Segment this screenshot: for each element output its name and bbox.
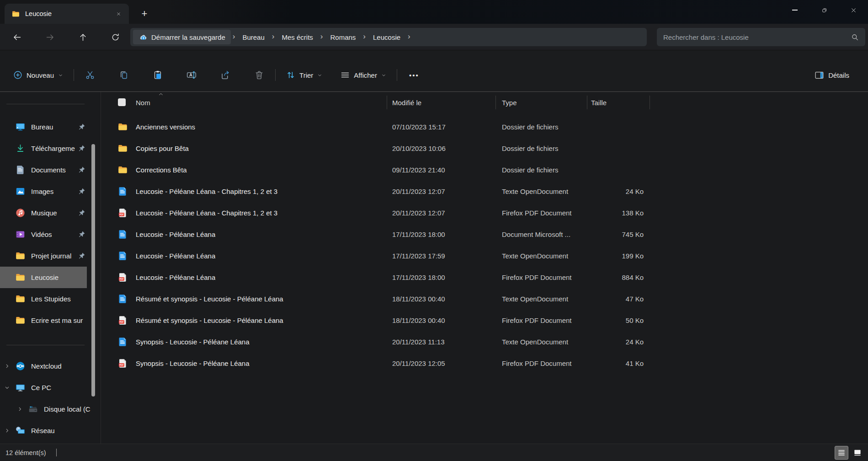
- sidebar: BureauTéléchargemeDocumentsImagesMusique…: [0, 92, 91, 444]
- explorer-tab[interactable]: Leucosie: [5, 4, 129, 24]
- file-name: Synopsis - Leucosie - Péléane Léana: [136, 331, 250, 353]
- file-modified: 07/10/2023 15:17: [392, 116, 446, 138]
- close-button[interactable]: [839, 0, 868, 20]
- sort-button[interactable]: Trier: [281, 66, 327, 84]
- pin-icon: [78, 188, 85, 195]
- breadcrumb-item-4[interactable]: Romans: [324, 30, 362, 44]
- up-button[interactable]: [74, 29, 91, 45]
- chevron-down-icon: [317, 73, 322, 78]
- folder-icon: [118, 122, 128, 132]
- search-placeholder: Rechercher dans : Leucosie: [663, 33, 851, 41]
- column-separator[interactable]: [495, 96, 496, 109]
- restore-button[interactable]: [809, 0, 839, 20]
- chevron-right-icon: [4, 428, 10, 434]
- file-name: Copies pour Bêta: [136, 138, 189, 159]
- close-icon: [116, 11, 121, 16]
- file-size: 41 Ko: [561, 353, 644, 374]
- delete-button[interactable]: [249, 66, 270, 84]
- music-icon: [16, 208, 25, 218]
- sidebar-item-bureau[interactable]: Bureau: [0, 116, 91, 138]
- sidebar-item-r-seau[interactable]: Réseau: [0, 420, 91, 441]
- forward-button[interactable]: [41, 29, 59, 45]
- tab-close-button[interactable]: [112, 8, 124, 20]
- pin-icon: [78, 123, 85, 131]
- column-header-nom[interactable]: Nom: [136, 92, 150, 113]
- sidebar-item-ecrire-est-ma-sur[interactable]: Ecrire est ma sur: [0, 310, 91, 331]
- column-separator[interactable]: [650, 96, 650, 109]
- table-row[interactable]: Synopsis - Leucosie - Péléane Léana20/11…: [101, 353, 868, 374]
- table-row[interactable]: Synopsis - Leucosie - Péléane Léana20/11…: [101, 331, 868, 353]
- sidebar-item-disque-local-c[interactable]: Disque local (C: [0, 398, 91, 420]
- table-row[interactable]: Anciennes versions07/10/2023 15:17Dossie…: [101, 116, 868, 138]
- copy-button[interactable]: [113, 66, 134, 84]
- plus-circle-icon: [13, 70, 22, 80]
- pc-icon: [16, 383, 25, 392]
- back-button[interactable]: [8, 29, 26, 45]
- table-row[interactable]: Corrections Bêta09/11/2023 21:40Dossier …: [101, 159, 868, 181]
- column-header-modifie[interactable]: Modifié le: [392, 92, 421, 113]
- table-row[interactable]: Résumé et synopsis - Leucosie - Péléane …: [101, 310, 868, 331]
- details-view-button[interactable]: [835, 446, 848, 460]
- sidebar-item-musique[interactable]: Musique: [0, 202, 91, 224]
- file-size: 138 Ko: [561, 202, 644, 224]
- breadcrumb-item-5[interactable]: Leucosie: [367, 30, 407, 44]
- up-arrow-icon: [78, 32, 88, 42]
- content-view-button[interactable]: [851, 446, 864, 460]
- details-pane-button[interactable]: Détails: [809, 66, 854, 84]
- minimize-button[interactable]: [780, 0, 809, 20]
- sidebar-item-leucosie[interactable]: Leucosie: [0, 267, 87, 288]
- table-row[interactable]: Leucosie - Péléane Léana - Chapitres 1, …: [101, 202, 868, 224]
- refresh-button[interactable]: [107, 29, 124, 45]
- sidebar-item-ce-pc[interactable]: Ce PC: [0, 377, 91, 398]
- breadcrumb-item-2[interactable]: Bureau: [236, 30, 271, 44]
- file-size: 24 Ko: [561, 331, 644, 353]
- details-button-label: Détails: [828, 71, 849, 79]
- file-icon-cell: [118, 267, 128, 288]
- select-all-checkbox[interactable]: [118, 98, 126, 106]
- odt-icon: [118, 187, 128, 196]
- file-modified: 17/11/2023 18:00: [392, 267, 445, 288]
- table-row[interactable]: Leucosie - Péléane Léana17/11/2023 18:00…: [101, 224, 868, 245]
- file-name: Leucosie - Péléane Léana - Chapitres 1, …: [136, 181, 277, 202]
- table-row[interactable]: Leucosie - Péléane Léana17/11/2023 18:00…: [101, 267, 868, 288]
- file-icon-cell: [118, 245, 128, 267]
- folder-icon: [16, 294, 25, 304]
- share-button[interactable]: [215, 66, 236, 84]
- new-tab-button[interactable]: +: [137, 6, 152, 21]
- column-header-taille[interactable]: Taille: [591, 92, 607, 113]
- table-row[interactable]: Leucosie - Péléane Léana - Chapitres 1, …: [101, 181, 868, 202]
- column-header-type[interactable]: Type: [502, 92, 517, 113]
- view-lines-icon: [341, 70, 350, 80]
- search-box[interactable]: Rechercher dans : Leucosie: [657, 28, 865, 46]
- cloud-backup-icon: [138, 33, 147, 42]
- rename-button[interactable]: [181, 66, 202, 84]
- breadcrumb-label: Mes écrits: [282, 33, 313, 41]
- cut-button[interactable]: [80, 66, 101, 84]
- sidebar-item-documents[interactable]: Documents: [0, 159, 91, 181]
- view-button[interactable]: Afficher: [335, 66, 391, 84]
- new-button[interactable]: Nouveau: [8, 66, 68, 84]
- statusbar-separator: [56, 449, 57, 456]
- sidebar-item-images[interactable]: Images: [0, 181, 91, 202]
- sidebar-item-nextcloud[interactable]: Nextcloud: [0, 355, 91, 377]
- file-size: 50 Ko: [561, 310, 644, 331]
- table-row[interactable]: Copies pour Bêta20/10/2023 10:06Dossier …: [101, 138, 868, 159]
- sidebar-scrollbar[interactable]: [91, 144, 95, 397]
- sidebar-item-projet-journal[interactable]: Projet journal: [0, 245, 91, 267]
- breadcrumb-item-3[interactable]: Mes écrits: [275, 30, 319, 44]
- column-separator[interactable]: [387, 96, 387, 109]
- sidebar-item-les-stupides[interactable]: Les Stupides: [0, 288, 91, 310]
- column-separator[interactable]: [587, 96, 587, 109]
- breadcrumb-item-1[interactable]: Démarrer la sauvegarde: [133, 30, 231, 44]
- file-modified: 20/11/2023 12:07: [392, 202, 445, 224]
- sidebar-item-vid-os[interactable]: Vidéos: [0, 224, 91, 245]
- table-row[interactable]: Leucosie - Péléane Léana17/11/2023 17:59…: [101, 245, 868, 267]
- pdf-icon: [118, 359, 128, 368]
- more-options-button[interactable]: •••: [403, 66, 426, 84]
- sidebar-item-label: Leucosie: [31, 273, 87, 281]
- address-bar[interactable]: Démarrer la sauvegarde›Bureau›Mes écrits…: [130, 28, 647, 46]
- folder-icon: [118, 144, 128, 153]
- sidebar-item-t-l-chargeme[interactable]: Téléchargeme: [0, 138, 91, 159]
- table-row[interactable]: Résumé et synopsis - Leucosie - Péléane …: [101, 288, 868, 310]
- paste-button[interactable]: [147, 66, 168, 84]
